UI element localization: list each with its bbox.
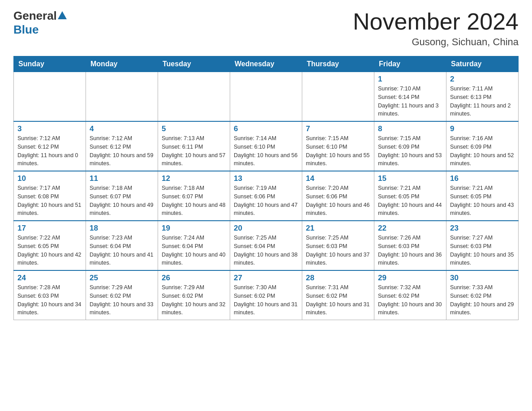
weekday-header-wednesday: Wednesday [230, 56, 302, 72]
logo-blue-text: Blue [13, 23, 39, 37]
month-title: November 2024 [353, 9, 519, 34]
calendar-week-row: 3Sunrise: 7:12 AMSunset: 6:12 PMDaylight… [14, 121, 519, 171]
weekday-header-tuesday: Tuesday [158, 56, 230, 72]
calendar-week-row: 10Sunrise: 7:17 AMSunset: 6:08 PMDayligh… [14, 171, 519, 221]
day-info: Sunrise: 7:19 AMSunset: 6:06 PMDaylight:… [234, 184, 298, 218]
calendar-cell: 24Sunrise: 7:28 AMSunset: 6:03 PMDayligh… [14, 270, 86, 320]
day-info: Sunrise: 7:20 AMSunset: 6:06 PMDaylight:… [306, 184, 370, 218]
day-info: Sunrise: 7:25 AMSunset: 6:03 PMDaylight:… [306, 234, 370, 267]
weekday-header-friday: Friday [374, 56, 446, 72]
calendar-cell [158, 72, 230, 122]
calendar-cell: 29Sunrise: 7:32 AMSunset: 6:02 PMDayligh… [374, 270, 446, 320]
location-subtitle: Gusong, Sichuan, China [353, 36, 519, 48]
day-info: Sunrise: 7:30 AMSunset: 6:02 PMDaylight:… [234, 283, 298, 317]
day-number: 21 [306, 224, 370, 233]
calendar-cell: 9Sunrise: 7:16 AMSunset: 6:09 PMDaylight… [446, 121, 519, 171]
day-info: Sunrise: 7:12 AMSunset: 6:12 PMDaylight:… [90, 134, 154, 168]
day-info: Sunrise: 7:18 AMSunset: 6:07 PMDaylight:… [90, 184, 154, 218]
calendar-cell: 21Sunrise: 7:25 AMSunset: 6:03 PMDayligh… [302, 221, 374, 270]
day-number: 13 [234, 174, 298, 183]
day-info: Sunrise: 7:21 AMSunset: 6:05 PMDaylight:… [450, 184, 515, 218]
day-number: 18 [90, 224, 154, 233]
day-number: 12 [162, 174, 226, 183]
calendar-cell: 19Sunrise: 7:24 AMSunset: 6:04 PMDayligh… [158, 221, 230, 270]
day-info: Sunrise: 7:21 AMSunset: 6:05 PMDaylight:… [378, 184, 442, 218]
day-number: 29 [378, 274, 442, 283]
calendar-week-row: 1Sunrise: 7:10 AMSunset: 6:14 PMDaylight… [14, 72, 519, 122]
calendar-cell: 10Sunrise: 7:17 AMSunset: 6:08 PMDayligh… [14, 171, 86, 221]
day-number: 9 [450, 124, 515, 133]
calendar-cell: 11Sunrise: 7:18 AMSunset: 6:07 PMDayligh… [86, 171, 158, 221]
day-number: 14 [306, 174, 370, 183]
calendar-cell: 4Sunrise: 7:12 AMSunset: 6:12 PMDaylight… [86, 121, 158, 171]
day-number: 17 [17, 224, 82, 233]
day-number: 20 [234, 224, 298, 233]
day-info: Sunrise: 7:31 AMSunset: 6:02 PMDaylight:… [306, 283, 370, 317]
calendar-cell: 17Sunrise: 7:22 AMSunset: 6:05 PMDayligh… [14, 221, 86, 270]
day-info: Sunrise: 7:16 AMSunset: 6:09 PMDaylight:… [450, 134, 515, 168]
header: General Blue November 2024 Gusong, Sichu… [13, 9, 519, 48]
day-number: 11 [90, 174, 154, 183]
calendar-cell: 5Sunrise: 7:13 AMSunset: 6:11 PMDaylight… [158, 121, 230, 171]
day-number: 30 [450, 274, 515, 283]
weekday-header-saturday: Saturday [446, 56, 519, 72]
calendar-cell [302, 72, 374, 122]
day-number: 5 [162, 124, 226, 133]
calendar-cell: 28Sunrise: 7:31 AMSunset: 6:02 PMDayligh… [302, 270, 374, 320]
calendar-cell: 15Sunrise: 7:21 AMSunset: 6:05 PMDayligh… [374, 171, 446, 221]
day-number: 24 [17, 274, 82, 283]
calendar-cell: 16Sunrise: 7:21 AMSunset: 6:05 PMDayligh… [446, 171, 519, 221]
day-number: 7 [306, 124, 370, 133]
day-number: 27 [234, 274, 298, 283]
logo-general-text: General [13, 9, 57, 23]
day-number: 15 [378, 174, 442, 183]
day-number: 6 [234, 124, 298, 133]
day-number: 23 [450, 224, 515, 233]
day-number: 1 [378, 75, 442, 84]
day-info: Sunrise: 7:29 AMSunset: 6:02 PMDaylight:… [90, 283, 154, 317]
day-info: Sunrise: 7:22 AMSunset: 6:05 PMDaylight:… [17, 234, 82, 267]
calendar-cell: 8Sunrise: 7:15 AMSunset: 6:09 PMDaylight… [374, 121, 446, 171]
day-info: Sunrise: 7:26 AMSunset: 6:03 PMDaylight:… [378, 234, 442, 267]
calendar-cell: 26Sunrise: 7:29 AMSunset: 6:02 PMDayligh… [158, 270, 230, 320]
day-info: Sunrise: 7:32 AMSunset: 6:02 PMDaylight:… [378, 283, 442, 317]
day-info: Sunrise: 7:28 AMSunset: 6:03 PMDaylight:… [17, 283, 82, 317]
calendar-cell: 23Sunrise: 7:27 AMSunset: 6:03 PMDayligh… [446, 221, 519, 270]
day-info: Sunrise: 7:24 AMSunset: 6:04 PMDaylight:… [162, 234, 226, 267]
day-info: Sunrise: 7:18 AMSunset: 6:07 PMDaylight:… [162, 184, 226, 218]
calendar-cell [14, 72, 86, 122]
day-number: 3 [17, 124, 82, 133]
day-info: Sunrise: 7:17 AMSunset: 6:08 PMDaylight:… [17, 184, 82, 218]
day-number: 10 [17, 174, 82, 183]
day-number: 26 [162, 274, 226, 283]
calendar-cell: 22Sunrise: 7:26 AMSunset: 6:03 PMDayligh… [374, 221, 446, 270]
day-info: Sunrise: 7:29 AMSunset: 6:02 PMDaylight:… [162, 283, 226, 317]
calendar-cell: 20Sunrise: 7:25 AMSunset: 6:04 PMDayligh… [230, 221, 302, 270]
calendar-cell: 25Sunrise: 7:29 AMSunset: 6:02 PMDayligh… [86, 270, 158, 320]
weekday-header-sunday: Sunday [14, 56, 86, 72]
day-info: Sunrise: 7:15 AMSunset: 6:10 PMDaylight:… [306, 134, 370, 168]
calendar-cell: 6Sunrise: 7:14 AMSunset: 6:10 PMDaylight… [230, 121, 302, 171]
calendar-cell: 7Sunrise: 7:15 AMSunset: 6:10 PMDaylight… [302, 121, 374, 171]
calendar-table: SundayMondayTuesdayWednesdayThursdayFrid… [13, 56, 519, 320]
calendar-week-row: 17Sunrise: 7:22 AMSunset: 6:05 PMDayligh… [14, 221, 519, 270]
logo-triangle-icon [58, 11, 67, 19]
calendar-cell: 14Sunrise: 7:20 AMSunset: 6:06 PMDayligh… [302, 171, 374, 221]
calendar-cell [230, 72, 302, 122]
day-number: 16 [450, 174, 515, 183]
day-info: Sunrise: 7:15 AMSunset: 6:09 PMDaylight:… [378, 134, 442, 168]
day-info: Sunrise: 7:11 AMSunset: 6:13 PMDaylight:… [450, 85, 515, 118]
day-number: 28 [306, 274, 370, 283]
calendar-cell: 1Sunrise: 7:10 AMSunset: 6:14 PMDaylight… [374, 72, 446, 122]
title-area: November 2024 Gusong, Sichuan, China [353, 9, 519, 48]
weekday-header-row: SundayMondayTuesdayWednesdayThursdayFrid… [14, 56, 519, 72]
day-number: 2 [450, 75, 515, 84]
day-number: 22 [378, 224, 442, 233]
logo: General Blue [13, 9, 68, 37]
weekday-header-thursday: Thursday [302, 56, 374, 72]
day-info: Sunrise: 7:27 AMSunset: 6:03 PMDaylight:… [450, 234, 515, 267]
day-info: Sunrise: 7:23 AMSunset: 6:04 PMDaylight:… [90, 234, 154, 267]
calendar-week-row: 24Sunrise: 7:28 AMSunset: 6:03 PMDayligh… [14, 270, 519, 320]
calendar-cell: 3Sunrise: 7:12 AMSunset: 6:12 PMDaylight… [14, 121, 86, 171]
calendar-cell: 2Sunrise: 7:11 AMSunset: 6:13 PMDaylight… [446, 72, 519, 122]
